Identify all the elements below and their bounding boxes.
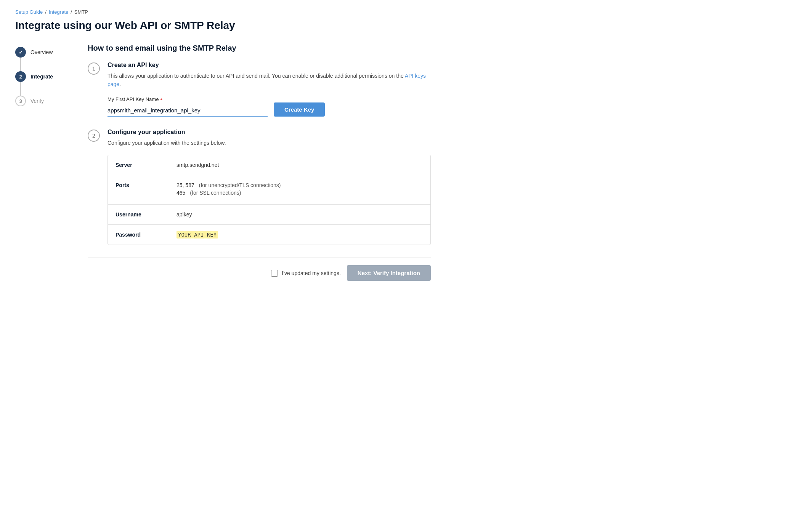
sidebar-step-label-overview: Overview xyxy=(30,49,53,55)
config-key-server: Server xyxy=(108,155,169,175)
config-value-ports: 25, 587 (for unencrypted/TLS connections… xyxy=(169,175,430,204)
api-key-highlight: YOUR_API_KEY xyxy=(177,231,218,238)
step-2-number: 2 xyxy=(88,130,100,142)
sidebar: ✓ Overview 2 Integrate 3 Verify xyxy=(15,44,65,509)
sidebar-step-label-verify: Verify xyxy=(30,98,44,104)
config-row-ports: Ports 25, 587 (for unencrypted/TLS conne… xyxy=(108,175,430,205)
step-1-title: Create an API key xyxy=(108,62,431,69)
sidebar-connector-2 xyxy=(20,82,21,96)
required-indicator: • xyxy=(160,96,162,102)
step-2-block: 2 Configure your application Configure y… xyxy=(88,129,431,245)
footer-bar: I've updated my settings. Next: Verify I… xyxy=(88,257,431,290)
sidebar-step-circle-overview: ✓ xyxy=(15,47,26,58)
api-key-label: My First API Key Name • xyxy=(108,96,268,102)
breadcrumb-integrate[interactable]: Integrate xyxy=(49,9,68,15)
next-verify-button[interactable]: Next: Verify Integration xyxy=(347,265,431,281)
config-key-ports: Ports xyxy=(108,175,169,204)
config-key-username: Username xyxy=(108,205,169,224)
breadcrumb-setup-guide[interactable]: Setup Guide xyxy=(15,9,43,15)
port-desc-2: (for SSL connections) xyxy=(190,190,241,196)
footer-checkbox-area: I've updated my settings. xyxy=(271,270,340,277)
config-row-server: Server smtp.sendgrid.net xyxy=(108,155,430,175)
config-table: Server smtp.sendgrid.net Ports 25, 587 (… xyxy=(108,155,431,245)
sidebar-item-overview[interactable]: ✓ Overview xyxy=(15,47,65,58)
sidebar-connector-1 xyxy=(20,58,21,71)
api-key-input[interactable] xyxy=(108,105,268,117)
step-2-description: Configure your application with the sett… xyxy=(108,139,431,147)
ports-line-2: 465 (for SSL connections) xyxy=(177,190,423,196)
step-2-title: Configure your application xyxy=(108,129,431,136)
api-key-field: My First API Key Name • xyxy=(108,96,268,117)
breadcrumb-sep-2: / xyxy=(71,9,72,15)
updated-settings-label: I've updated my settings. xyxy=(282,270,340,276)
config-value-password: YOUR_API_KEY xyxy=(169,225,430,245)
config-row-username: Username apikey xyxy=(108,205,430,225)
breadcrumb-smtp: SMTP xyxy=(74,9,88,15)
step-1-block: 1 Create an API key This allows your app… xyxy=(88,62,431,117)
config-key-password: Password xyxy=(108,225,169,245)
breadcrumb-sep-1: / xyxy=(45,9,47,15)
step-1-content: Create an API key This allows your appli… xyxy=(108,62,431,117)
api-key-row: My First API Key Name • Create Key xyxy=(108,96,431,117)
step-1-description: This allows your application to authenti… xyxy=(108,72,431,89)
port-desc-1: (for unencrypted/TLS connections) xyxy=(199,182,281,188)
ports-line-1: 25, 587 (for unencrypted/TLS connections… xyxy=(177,182,423,188)
sidebar-step-circle-verify: 3 xyxy=(15,96,26,106)
main-content: How to send email using the SMTP Relay 1… xyxy=(88,44,431,509)
breadcrumb: Setup Guide / Integrate / SMTP xyxy=(15,9,797,15)
step-2-content: Configure your application Configure you… xyxy=(108,129,431,245)
sidebar-step-circle-integrate: 2 xyxy=(15,71,26,82)
config-value-server: smtp.sendgrid.net xyxy=(169,155,430,175)
page-title: Integrate using our Web API or SMTP Rela… xyxy=(15,19,797,32)
create-key-button[interactable]: Create Key xyxy=(274,102,325,117)
config-row-password: Password YOUR_API_KEY xyxy=(108,225,430,245)
section-title: How to send email using the SMTP Relay xyxy=(88,44,431,53)
sidebar-item-integrate[interactable]: 2 Integrate xyxy=(15,71,65,82)
config-value-username: apikey xyxy=(169,205,430,224)
updated-settings-checkbox[interactable] xyxy=(271,270,278,277)
step-1-number: 1 xyxy=(88,62,100,75)
sidebar-step-label-integrate: Integrate xyxy=(30,74,53,80)
port-num-1: 25, 587 xyxy=(177,182,194,188)
sidebar-item-verify[interactable]: 3 Verify xyxy=(15,96,65,106)
port-num-2: 465 xyxy=(177,190,185,196)
